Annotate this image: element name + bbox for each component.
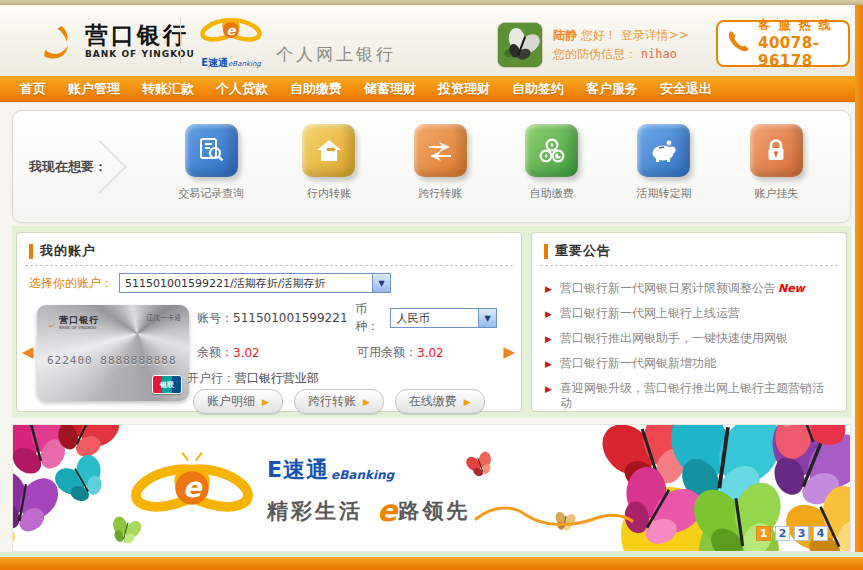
- security-info-value: nihao: [641, 47, 677, 61]
- nav-item-self-payment[interactable]: 自助缴费: [290, 80, 342, 98]
- phone-icon: [725, 28, 752, 59]
- quick-item-interbank-transfer[interactable]: 跨行转账: [414, 124, 467, 201]
- page-button-1[interactable]: 1: [756, 526, 771, 541]
- banner-pagination: 1 2 3 4: [756, 526, 828, 541]
- account-lock-icon: [750, 124, 803, 177]
- account-select[interactable]: 511501001599221/活期存折/活期存折 ▼: [119, 273, 391, 293]
- announcements-title: 重要公告: [555, 242, 611, 260]
- card-bank-swoosh-icon: [45, 313, 56, 332]
- quick-item-label: 活期转定期: [636, 186, 691, 201]
- header-divider: [180, 18, 181, 63]
- greeting-area: 陆静 您好！ 登录详情>> 您的防伪信息： nihao: [497, 22, 689, 68]
- security-info-label: 您的防伪信息：: [553, 47, 637, 61]
- bank-swoosh-icon: [28, 16, 76, 66]
- security-info-line: 您的防伪信息： nihao: [553, 45, 689, 64]
- greeting-hello: 您好！: [581, 28, 617, 42]
- card-bank-name-en: BANK OF YINGKOU: [59, 325, 99, 330]
- portal-title: 个人网上银行: [276, 43, 396, 66]
- page-button-2[interactable]: 2: [775, 526, 790, 541]
- arrow-right-icon: ▶: [464, 397, 471, 407]
- hotline-number: 40078-96178: [758, 34, 841, 70]
- nav-item-secure-logout[interactable]: 安全退出: [660, 80, 712, 98]
- banner-title-sub: eBanking: [331, 468, 394, 485]
- svg-text:e: e: [227, 23, 237, 38]
- nav-item-personal-loan[interactable]: 个人贷款: [216, 80, 268, 98]
- announcement-text: 营口银行新一代网银新增功能: [560, 356, 716, 371]
- nav-item-savings[interactable]: 储蓄理财: [364, 80, 416, 98]
- transaction-search-icon: [185, 124, 238, 177]
- chevron-down-icon[interactable]: ▼: [372, 274, 390, 292]
- swoosh-line-icon: [474, 503, 634, 529]
- quick-item-label: 交易记录查询: [178, 186, 244, 201]
- page-button-3[interactable]: 3: [794, 526, 809, 541]
- interbank-transfer-icon: [414, 124, 467, 177]
- announcement-link[interactable]: ▶ 营口银行新一代网银日累计限额调整公告New: [545, 281, 833, 297]
- currency-label: 币种：: [355, 301, 391, 335]
- user-name: 陆静: [553, 28, 577, 42]
- announcement-link[interactable]: ▶ 营口银行新一代网银新增功能: [545, 356, 833, 372]
- card-number: 622400 8888888888: [47, 354, 189, 367]
- account-detail-button[interactable]: 账户明细 ▶: [193, 389, 283, 414]
- header: 营口银行 BANK OF YINGKOU e E速通eBanking 个人网上银…: [0, 5, 855, 76]
- nav-item-home[interactable]: 首页: [20, 80, 46, 98]
- banner-texts: E速通 eBanking 精彩生活 e 路领先: [267, 455, 634, 529]
- account-number-field: 账号： 511501001599221: [197, 310, 355, 327]
- online-payment-button[interactable]: 在线缴费 ▶: [395, 389, 485, 414]
- announcements-panel: 重要公告 ▶ 营口银行新一代网银日累计限额调整公告New ▶ 营口银行新一代网上…: [531, 232, 847, 412]
- quick-item-label: 自助缴费: [530, 186, 574, 201]
- announcement-text: 营口银行新一代网银日累计限额调整公告New: [560, 281, 805, 296]
- quick-item-self-payment[interactable]: 自助缴费: [525, 124, 578, 201]
- svg-text:e: e: [183, 471, 204, 503]
- nav-item-investment[interactable]: 投资理财: [438, 80, 490, 98]
- promo-banner[interactable]: e E速通 eBanking 精彩生活 e 路领先 1 2 3 4: [12, 424, 851, 552]
- bottom-edge-strip: [0, 557, 863, 570]
- card-type-label: 辽沈一卡通: [146, 313, 181, 323]
- quick-item-intrabank-transfer[interactable]: 行内转账: [302, 124, 355, 201]
- quick-item-demand-to-fixed[interactable]: 活期转定期: [636, 124, 691, 201]
- quick-access-panel: 我现在想要： 交易记录查询: [12, 110, 851, 223]
- nav-item-self-signup[interactable]: 自助签约: [512, 80, 564, 98]
- arrow-right-icon: ▶: [363, 397, 370, 407]
- chevron-down-icon[interactable]: ▼: [478, 309, 496, 327]
- announcement-link[interactable]: ▶ 营口银行推出网银助手，一键快速使用网银: [545, 331, 833, 347]
- unionpay-text: 银联: [153, 380, 181, 390]
- esutong-caption: E速通eBanking: [196, 51, 266, 70]
- bank-name-en: BANK OF YINGKOU: [85, 49, 195, 59]
- quick-item-report-loss[interactable]: 账户挂失: [750, 124, 803, 201]
- new-badge: New: [778, 282, 805, 295]
- bullet-icon: ▶: [545, 281, 552, 297]
- prev-account-arrow[interactable]: ◀: [22, 345, 34, 360]
- nav-item-account-mgmt[interactable]: 账户管理: [68, 80, 120, 98]
- hotline-box: 客 服 热 线 40078-96178: [716, 20, 850, 67]
- intrabank-transfer-icon: [302, 124, 355, 177]
- title-accent-bar: [29, 244, 33, 259]
- next-account-arrow[interactable]: ▶: [503, 345, 515, 360]
- interbank-transfer-button[interactable]: 跨行转账 ▶: [294, 389, 384, 414]
- security-avatar: [497, 22, 543, 68]
- nav-item-transfer[interactable]: 转账汇款: [142, 80, 194, 98]
- piggy-bank-icon: [637, 124, 690, 177]
- announcement-link[interactable]: ▶ 喜迎网银升级，营口银行推出网上银行主题营销活动: [545, 381, 833, 411]
- account-select-label: 选择你的账户：: [29, 275, 113, 292]
- announcement-text: 营口银行推出网银助手，一键快速使用网银: [560, 331, 788, 346]
- button-label: 账户明细: [207, 393, 255, 410]
- currency-select[interactable]: 人民币 ▼: [390, 308, 497, 328]
- available-balance-value: 3.02: [417, 346, 444, 360]
- title-accent-bar: [544, 244, 548, 259]
- announcement-text: 喜迎网银升级，营口银行推出网上银行主题营销活动: [560, 381, 833, 411]
- login-detail-link[interactable]: 登录详情>>: [621, 28, 689, 42]
- nav-item-customer-service[interactable]: 客户服务: [586, 80, 638, 98]
- bank-name: 营口银行: [85, 23, 195, 48]
- announcement-link[interactable]: ▶ 营口银行新一代网上银行上线运营: [545, 306, 833, 322]
- currency-value: 人民币: [396, 311, 429, 326]
- balance-value: 3.02: [233, 346, 260, 360]
- bullet-icon: ▶: [545, 381, 552, 397]
- quick-access-items: 交易记录查询 行内转账 跨行转账: [125, 111, 850, 222]
- quick-item-transaction-query[interactable]: 交易记录查询: [178, 124, 244, 201]
- main-nav: 首页 账户管理 转账汇款 个人贷款 自助缴费 储蓄理财 投资理财 自助签约 客户…: [0, 76, 855, 102]
- account-number-label: 账号：: [197, 310, 233, 327]
- my-account-panel: 我的账户 选择你的账户： 511501001599221/活期存折/活期存折 ▼…: [16, 232, 522, 412]
- page-button-4[interactable]: 4: [813, 526, 828, 541]
- banner-slogan-2: 路领先: [398, 497, 470, 525]
- banner-slogan-e: e: [377, 496, 397, 526]
